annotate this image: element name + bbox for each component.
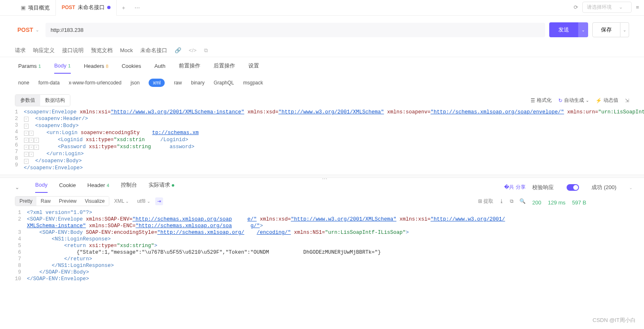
bt-url[interactable]: x-www-form-urlencoded bbox=[69, 80, 121, 86]
view-segment: Pretty Raw Preview Visualize bbox=[15, 196, 109, 206]
save-button[interactable]: 保存 bbox=[592, 22, 620, 37]
response-code[interactable]: <?xml version="1.0"?> <SOAP-ENV:Envelope… bbox=[27, 209, 505, 282]
tab-overview[interactable]: ▣ 项目概览 bbox=[15, 0, 55, 16]
environment-select[interactable]: 请选择环境 ⌄ bbox=[582, 2, 632, 13]
method-select[interactable]: POST ⌄ bbox=[15, 26, 41, 33]
segment-row: 参数值 数据结构 ☰ 格式化 ↻ 自动生成 ⌄ ⚡ 动态值 ⇲ bbox=[0, 92, 644, 109]
format-button[interactable]: ☰ 格式化 bbox=[531, 97, 552, 104]
tab-method: POST bbox=[62, 5, 75, 10]
save-dropdown[interactable]: ⌄ bbox=[620, 22, 629, 37]
overview-icon: ▣ bbox=[21, 5, 26, 11]
tab-more-button[interactable]: ⋯ bbox=[130, 5, 144, 11]
verify-label: 校验响应 bbox=[532, 184, 554, 191]
request-tabs: Params1 Body1 Headers8 Cookies Auth 前置操作… bbox=[0, 57, 644, 74]
enc-select[interactable]: utf8 ⌄ bbox=[134, 198, 153, 204]
subnav-preview[interactable]: 预览文档 bbox=[91, 47, 113, 54]
bt-gql[interactable]: GraphQL bbox=[214, 80, 234, 86]
status-size: 597 B bbox=[572, 199, 586, 206]
bt-form[interactable]: form-data bbox=[38, 80, 60, 86]
view-visualize[interactable]: Visualize bbox=[81, 197, 109, 206]
tab-post[interactable]: 后置操作 bbox=[214, 62, 235, 74]
request-editor[interactable]: 123456789 <soapenv:Envelope xmlns:xsi="h… bbox=[0, 109, 644, 175]
chevron-down-icon: ⌄ bbox=[36, 28, 39, 32]
lang-select[interactable]: XML ⌄ bbox=[111, 198, 132, 204]
subnav-response-def[interactable]: 响应定义 bbox=[33, 47, 55, 54]
subnav-request[interactable]: 请求 bbox=[15, 47, 26, 54]
subnav-mock[interactable]: Mock bbox=[120, 47, 133, 53]
url-input[interactable] bbox=[46, 23, 545, 37]
tab-request-label: 未命名接口 bbox=[78, 4, 105, 11]
tab-cookies[interactable]: Cookies bbox=[122, 63, 141, 73]
tab-request[interactable]: POST 未命名接口 bbox=[55, 0, 117, 16]
view-raw[interactable]: Raw bbox=[36, 197, 55, 206]
environment-placeholder: 请选择环境 bbox=[587, 4, 612, 10]
refresh-icon[interactable]: ⟳ bbox=[574, 4, 578, 10]
bt-msg[interactable]: msgpack bbox=[243, 80, 263, 86]
extract-button[interactable]: ⊞ 提取 bbox=[478, 198, 493, 205]
body-types: none form-data x-www-form-urlencoded jso… bbox=[0, 74, 644, 92]
response-editor[interactable]: 12345678910 <?xml version="1.0"?> <SOAP-… bbox=[15, 209, 526, 299]
chevron-down-icon: ⌄ bbox=[619, 4, 623, 10]
add-tab-button[interactable]: ＋ bbox=[117, 4, 130, 12]
view-pretty[interactable]: Pretty bbox=[15, 197, 36, 206]
drag-handle-icon: ⋯ bbox=[322, 175, 328, 182]
response-tabs: ⌄ Body Cookie Header4 控制台 实际请求 �共 分享 bbox=[15, 181, 526, 193]
sub-nav: 请求 响应定义 接口说明 预览文档 Mock 未命名接口 🔗 </> ⧉ bbox=[0, 44, 644, 57]
rtab-actual[interactable]: 实际请求 bbox=[149, 181, 174, 193]
tab-params[interactable]: Params1 bbox=[18, 63, 41, 73]
status-text: 成功 (200) bbox=[591, 184, 616, 191]
tab-auth[interactable]: Auth bbox=[154, 63, 166, 73]
download-icon[interactable]: ⭳ bbox=[499, 198, 504, 204]
env-settings-icon[interactable]: ≡ bbox=[636, 4, 639, 10]
method-label: POST bbox=[17, 26, 33, 33]
dynamic-value-button[interactable]: ⚡ 动态值 bbox=[596, 97, 618, 104]
request-code[interactable]: <soapenv:Envelope xmlns:xsi="http://www.… bbox=[24, 109, 644, 171]
send-button[interactable]: 发送 bbox=[549, 22, 578, 37]
code-icon[interactable]: </> bbox=[189, 47, 197, 53]
tab-overview-label: 项目概览 bbox=[28, 4, 50, 12]
resize-divider[interactable]: ⋯ bbox=[0, 175, 644, 178]
rtab-cookie[interactable]: Cookie bbox=[59, 182, 76, 192]
subnav-name[interactable]: 未命名接口 bbox=[140, 47, 167, 54]
verify-toggle[interactable] bbox=[567, 184, 579, 191]
tab-pre[interactable]: 前置操作 bbox=[179, 62, 200, 74]
rtab-body[interactable]: Body bbox=[35, 182, 48, 193]
response-area: ⌄ Body Cookie Header4 控制台 实际请求 �共 分享 Pre… bbox=[0, 178, 644, 299]
status-time: 129 ms bbox=[548, 199, 566, 206]
auto-gen-button[interactable]: ↻ 自动生成 ⌄ bbox=[558, 97, 589, 104]
share-button[interactable]: �共 分享 bbox=[504, 184, 526, 191]
send-dropdown[interactable]: ⌄ bbox=[578, 22, 588, 37]
status-code: 200 bbox=[532, 199, 541, 206]
subnav-desc[interactable]: 接口说明 bbox=[62, 47, 84, 54]
bt-xml[interactable]: xml bbox=[149, 79, 165, 87]
line-gutter: 123456789 bbox=[15, 109, 24, 171]
search-icon[interactable]: 🔍 bbox=[519, 198, 526, 204]
tab-headers[interactable]: Headers8 bbox=[84, 63, 108, 73]
chevron-down-icon[interactable]: ⌄ bbox=[629, 185, 632, 190]
env-area: ⟳ 请选择环境 ⌄ ≡ bbox=[574, 2, 639, 13]
seg-struct[interactable]: 数据结构 bbox=[40, 95, 70, 106]
bt-json[interactable]: json bbox=[130, 80, 139, 86]
expand-icon[interactable]: ⇲ bbox=[625, 98, 629, 103]
top-tabs: ▣ 项目概览 POST 未命名接口 ＋ ⋯ ⟳ 请选择环境 ⌄ ≡ bbox=[0, 0, 644, 16]
collapse-icon[interactable]: ⌄ bbox=[15, 184, 19, 190]
status-line: 200 129 ms 597 B bbox=[532, 199, 637, 206]
wrap-icon[interactable]: ⇥ bbox=[155, 197, 163, 205]
tab-body[interactable]: Body1 bbox=[54, 62, 71, 74]
format-bar: Pretty Raw Preview Visualize XML ⌄ utf8 … bbox=[15, 193, 526, 209]
rtab-console[interactable]: 控制台 bbox=[121, 181, 137, 193]
copy-icon[interactable]: ⧉ bbox=[204, 47, 208, 54]
resp-gutter: 12345678910 bbox=[15, 209, 27, 282]
rtab-header[interactable]: Header4 bbox=[87, 182, 109, 192]
response-side: 校验响应 成功 (200) ⌄ 200 129 ms 597 B bbox=[532, 178, 644, 206]
link-icon[interactable]: 🔗 bbox=[175, 47, 181, 53]
bt-binary[interactable]: binary bbox=[191, 80, 204, 86]
bt-raw[interactable]: raw bbox=[174, 80, 182, 86]
copy-resp-icon[interactable]: ⧉ bbox=[510, 198, 514, 204]
tab-settings[interactable]: 设置 bbox=[248, 62, 259, 74]
view-preview[interactable]: Preview bbox=[55, 197, 81, 206]
bt-none[interactable]: none bbox=[18, 80, 29, 86]
request-row: POST ⌄ 发送 ⌄ 保存 ⌄ bbox=[0, 16, 644, 44]
code-actions: ☰ 格式化 ↻ 自动生成 ⌄ ⚡ 动态值 ⇲ bbox=[531, 97, 629, 104]
seg-value[interactable]: 参数值 bbox=[15, 95, 40, 106]
